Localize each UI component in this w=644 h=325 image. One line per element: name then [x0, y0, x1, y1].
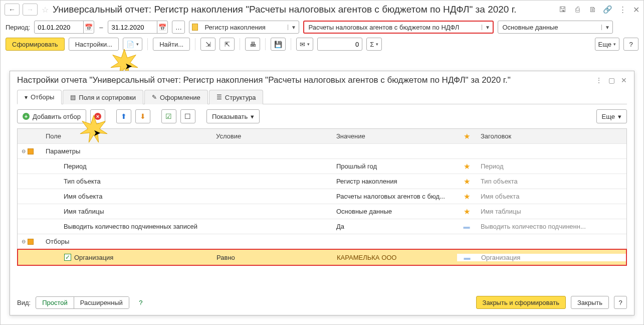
delete-button[interactable]: ×	[90, 109, 105, 123]
save-icon[interactable]: 💾	[271, 38, 286, 51]
expand-icon[interactable]: ⇲	[200, 38, 216, 51]
period-to-input[interactable]	[108, 24, 157, 31]
favorite-star-icon[interactable]: ☆	[42, 5, 49, 15]
table-row[interactable]: Период Прошлый год ★ Период	[18, 159, 626, 174]
settings-dialog: Настройки отчета "Универсальный отчет: Р…	[10, 71, 634, 315]
help-button[interactable]: ?	[623, 38, 638, 51]
object-name-text: Расчеты налоговых агентов с бюджетом по …	[304, 24, 482, 31]
table-row[interactable]: Имя таблицы Основные данные ★ Имя таблиц…	[18, 204, 626, 219]
variants-button[interactable]: 📄▾	[123, 38, 142, 51]
chevron-down-icon: ▼	[288, 25, 299, 30]
table-header: Поле Условие Значение ★ Заголовок	[18, 129, 626, 144]
nav-back-button[interactable]: ←	[5, 4, 20, 16]
star-icon[interactable]: ★	[464, 192, 470, 201]
tree-icon: ☰	[217, 94, 222, 101]
uncheck-all-button[interactable]: ☐	[180, 109, 195, 123]
table-row[interactable]: Имя объекта Расчеты налоговых агентов с …	[18, 189, 626, 204]
period-ellipsis-button[interactable]: …	[172, 21, 185, 34]
register-type-text: Регистр накопления	[200, 24, 288, 31]
attach-icon[interactable]: 🗎	[588, 5, 597, 15]
checkbox-icon[interactable]: ✓	[64, 254, 71, 261]
view-simple[interactable]: Простой	[36, 297, 74, 308]
period-from-input[interactable]	[35, 24, 83, 31]
table-name-select[interactable]: Основные данные ▼	[498, 21, 613, 34]
separator	[240, 38, 240, 50]
save-icon[interactable]: 🖫	[558, 5, 567, 15]
separator	[291, 38, 291, 50]
funnel-icon: ▾	[25, 94, 28, 101]
form-button[interactable]: Сформировать	[6, 38, 65, 51]
collapse-icon[interactable]: ⊖	[21, 148, 27, 154]
move-down-button[interactable]: ⬇	[135, 109, 150, 123]
chevron-down-icon: ▼	[482, 25, 493, 30]
close-and-form-button[interactable]: Закрыть и сформировать	[476, 296, 566, 309]
page-title: Универсальный отчет: Регистр накопления …	[53, 4, 555, 15]
table-row[interactable]: Тип объекта Регистр накопления ★ Тип объ…	[18, 174, 626, 189]
calendar-icon[interactable]: 📅	[157, 21, 167, 33]
star-icon[interactable]: ▬	[464, 223, 470, 230]
link-icon[interactable]: 🔗	[603, 5, 612, 15]
add-filter-button[interactable]: + Добавить отбор	[17, 109, 86, 123]
print-icon[interactable]: ⎙	[573, 5, 582, 15]
col-title: Заголовок	[477, 132, 626, 140]
cursor-icon: ➤	[125, 61, 132, 72]
find-button[interactable]: Найти...	[153, 38, 190, 51]
more-icon[interactable]: ⋮	[618, 5, 627, 15]
period-label: Период:	[6, 24, 30, 31]
help-icon[interactable]: ?	[134, 296, 147, 309]
table-row[interactable]: ⊖ Отборы	[18, 234, 626, 249]
star-icon[interactable]: ★	[464, 162, 470, 171]
collapse-icon[interactable]: ⊖	[21, 239, 27, 244]
star-icon[interactable]: ★	[464, 177, 470, 186]
period-from-field[interactable]: 📅	[34, 21, 94, 34]
period-to-field[interactable]: 📅	[108, 21, 168, 34]
register-type-select[interactable]: Регистр накопления ▼	[189, 21, 299, 34]
show-button[interactable]: Показывать ▾	[206, 109, 260, 123]
nav-forward-button[interactable]: →	[23, 4, 38, 16]
object-name-select[interactable]: Расчеты налоговых агентов с бюджетом по …	[303, 21, 494, 34]
document-icon	[189, 24, 200, 31]
columns-icon: ▤	[70, 94, 76, 101]
collapse-icon[interactable]: ⇱	[220, 38, 235, 51]
more-button[interactable]: Еще ▾	[595, 38, 619, 51]
sigma-button[interactable]: Σ▾	[366, 38, 382, 51]
brush-icon: ✎	[152, 94, 157, 101]
tab-filters[interactable]: ▾Отборы	[17, 90, 62, 104]
settings-button[interactable]: Настройки...	[69, 38, 119, 51]
tab-design[interactable]: ✎Оформление	[144, 90, 208, 104]
close-icon[interactable]: ✕	[633, 5, 639, 15]
numeric-field[interactable]	[317, 38, 362, 51]
separator	[147, 38, 148, 50]
highlighted-row-frame: ✓Организация Равно КАРАМЕЛЬКА ООО ▬ Орга…	[17, 249, 627, 266]
calendar-icon[interactable]: 📅	[83, 21, 94, 33]
chevron-down-icon: ▼	[601, 25, 612, 30]
mail-button[interactable]: ✉▾	[296, 38, 313, 51]
view-label: Вид:	[17, 299, 31, 306]
numeric-input[interactable]	[318, 41, 362, 48]
close-button[interactable]: Закрыть	[571, 296, 609, 309]
table-row[interactable]: ⊖ Параметры	[18, 144, 626, 159]
table-name-text: Основные данные	[498, 24, 601, 31]
printer-icon[interactable]: 🖶	[245, 38, 260, 51]
filters-table: Поле Условие Значение ★ Заголовок ⊖ Пара…	[17, 128, 627, 266]
view-mode-toggle[interactable]: Простой Расширенный	[36, 296, 129, 309]
maximize-icon[interactable]: ▢	[608, 76, 615, 84]
cursor-icon: ➤	[93, 127, 101, 138]
move-up-button[interactable]: ⬆	[116, 109, 131, 123]
star-icon[interactable]: ▬	[464, 254, 471, 261]
col-field: Поле	[42, 132, 212, 140]
separator	[265, 38, 266, 50]
check-all-button[interactable]: ☑	[161, 109, 176, 123]
close-icon[interactable]: ✕	[621, 76, 627, 84]
tab-fields[interactable]: ▤Поля и сортировки	[63, 90, 143, 104]
view-advanced[interactable]: Расширенный	[74, 297, 129, 308]
help-button[interactable]: ?	[614, 296, 627, 309]
more-icon[interactable]: ⋮	[595, 76, 602, 84]
tab-structure[interactable]: ☰Структура	[209, 90, 264, 104]
dialog-title: Настройки отчета "Универсальный отчет: Р…	[17, 75, 595, 85]
more-button[interactable]: Еще ▾	[596, 109, 627, 123]
table-row[interactable]: Выводить количество подчиненных записей …	[18, 219, 626, 234]
star-icon[interactable]: ★	[464, 207, 470, 216]
col-star: ★	[457, 132, 477, 141]
table-row[interactable]: ✓Организация Равно КАРАМЕЛЬКА ООО ▬ Орга…	[18, 250, 626, 265]
